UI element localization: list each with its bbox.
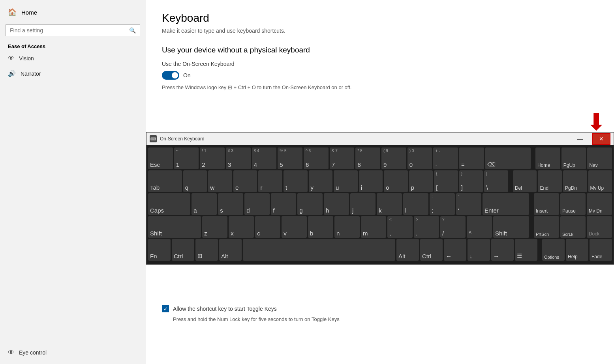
key-ctrl-r[interactable]: Ctrl bbox=[420, 239, 443, 261]
key-pgdn[interactable]: PgDn bbox=[563, 170, 587, 192]
key-slash[interactable]: ?/ bbox=[440, 216, 466, 238]
toggle-keys-checkbox[interactable]: ✓ bbox=[162, 305, 169, 312]
key-left[interactable]: ← bbox=[444, 239, 466, 261]
key-dock[interactable]: Dock bbox=[587, 216, 612, 238]
page-subtitle: Make it easier to type and use keyboard … bbox=[162, 28, 598, 34]
key-o[interactable]: o bbox=[384, 170, 408, 192]
sidebar-item-narrator[interactable]: 🔊 Narrator bbox=[0, 66, 146, 81]
key-equals[interactable]: = bbox=[459, 147, 484, 169]
key-lbracket[interactable]: {[ bbox=[434, 170, 458, 192]
sidebar-item-vision[interactable]: 👁 Vision bbox=[0, 51, 146, 66]
key-u[interactable]: u bbox=[334, 170, 358, 192]
key-comma[interactable]: <, bbox=[387, 216, 413, 238]
key-pgup[interactable]: PgUp bbox=[561, 147, 586, 169]
key-8[interactable]: * 88 bbox=[355, 147, 380, 169]
key-minus[interactable]: + -- bbox=[433, 147, 458, 169]
osk-window-title: On-Screen Keyboard bbox=[160, 136, 568, 142]
key-m[interactable]: m bbox=[361, 216, 386, 238]
key-5[interactable]: % 55 bbox=[278, 147, 302, 169]
key-caret[interactable]: ^ bbox=[467, 216, 492, 238]
key-6[interactable]: ^ 66 bbox=[304, 147, 329, 169]
key-v[interactable]: v bbox=[282, 216, 307, 238]
key-del[interactable]: Del bbox=[513, 170, 537, 192]
key-7[interactable]: & 77 bbox=[330, 147, 355, 169]
key-backspace[interactable]: ⌫ bbox=[485, 147, 531, 169]
key-e[interactable]: e bbox=[233, 170, 257, 192]
key-quote[interactable]: "' bbox=[456, 193, 481, 215]
section-title: Ease of Access bbox=[0, 40, 146, 51]
key-scrlk[interactable]: ScrLk bbox=[560, 216, 586, 238]
key-i[interactable]: i bbox=[359, 170, 383, 192]
key-k[interactable]: k bbox=[377, 193, 402, 215]
key-r[interactable]: r bbox=[258, 170, 282, 192]
key-d[interactable]: d bbox=[244, 193, 270, 215]
key-l[interactable]: l bbox=[403, 193, 428, 215]
key-shift-r[interactable]: Shift bbox=[493, 216, 529, 238]
key-enter[interactable]: Enter bbox=[483, 193, 529, 215]
key-z[interactable]: z bbox=[202, 216, 227, 238]
osk-toggle[interactable] bbox=[162, 71, 179, 80]
key-rbracket[interactable]: }] bbox=[459, 170, 483, 192]
toggle-keys-label: Allow the shortcut key to start Toggle K… bbox=[173, 306, 277, 312]
main-content: Keyboard Make it easier to type and use … bbox=[146, 0, 614, 364]
key-fade[interactable]: Fade bbox=[590, 239, 612, 261]
key-shift-l[interactable]: Shift bbox=[148, 216, 201, 238]
key-q[interactable]: q bbox=[183, 170, 207, 192]
eye-control-icon: 👁 bbox=[8, 349, 14, 356]
key-s[interactable]: s bbox=[218, 193, 243, 215]
key-semicolon[interactable]: :; bbox=[430, 193, 455, 215]
key-backslash[interactable]: |\ bbox=[484, 170, 508, 192]
key-alt-r[interactable]: Alt bbox=[396, 239, 419, 261]
key-ctrl-l[interactable]: Ctrl bbox=[172, 239, 194, 261]
key-w[interactable]: w bbox=[208, 170, 232, 192]
key-t[interactable]: t bbox=[284, 170, 308, 192]
sidebar-item-eye-control[interactable]: 👁 Eye control bbox=[0, 345, 146, 360]
key-home[interactable]: Home bbox=[535, 147, 560, 169]
key-a[interactable]: a bbox=[192, 193, 217, 215]
key-pause[interactable]: Pause bbox=[560, 193, 586, 215]
key-2[interactable]: ! 12 bbox=[200, 147, 225, 169]
sidebar-home[interactable]: 🏠 Home bbox=[0, 4, 146, 21]
kb-row-1: Esc ~ `1 ! 12 # 33 $ 44 % 55 ^ 66 & 77 *… bbox=[148, 147, 612, 169]
key-alt-l[interactable]: Alt bbox=[219, 239, 242, 261]
key-x[interactable]: x bbox=[229, 216, 254, 238]
key-0[interactable]: ) 00 bbox=[407, 147, 432, 169]
key-b[interactable]: b bbox=[308, 216, 333, 238]
key-h[interactable]: h bbox=[324, 193, 349, 215]
key-c[interactable]: c bbox=[255, 216, 280, 238]
key-win[interactable]: ⊞ bbox=[195, 239, 218, 261]
key-9[interactable]: ( 99 bbox=[381, 147, 406, 169]
key-fn[interactable]: Fn bbox=[148, 239, 171, 261]
key-right[interactable]: → bbox=[491, 239, 514, 261]
key-space[interactable] bbox=[243, 239, 395, 261]
key-y[interactable]: y bbox=[309, 170, 333, 192]
key-f[interactable]: f bbox=[271, 193, 296, 215]
kb-row-4: Shift z x c v b n m <, >. ?/ ^ Shift Prt… bbox=[148, 216, 612, 238]
key-period[interactable]: >. bbox=[414, 216, 439, 238]
key-tab[interactable]: Tab bbox=[148, 170, 182, 192]
key-3[interactable]: # 33 bbox=[226, 147, 251, 169]
key-esc[interactable]: Esc bbox=[148, 147, 173, 169]
toggle-state-label: On bbox=[183, 72, 191, 78]
key-mvup[interactable]: Mv Up bbox=[588, 170, 612, 192]
key-prtscn[interactable]: PrtScn bbox=[534, 216, 559, 238]
search-bar[interactable]: 🔍 bbox=[6, 24, 140, 36]
key-help[interactable]: Help bbox=[566, 239, 588, 261]
key-caps[interactable]: Caps bbox=[148, 193, 190, 215]
key-j[interactable]: j bbox=[350, 193, 376, 215]
key-n[interactable]: n bbox=[334, 216, 360, 238]
key-down[interactable]: ↓ bbox=[468, 239, 490, 261]
search-input[interactable] bbox=[10, 27, 129, 34]
key-g[interactable]: g bbox=[297, 193, 323, 215]
key-mvdn[interactable]: Mv Dn bbox=[587, 193, 612, 215]
key-nav[interactable]: Nav bbox=[587, 147, 612, 169]
key-insert[interactable]: Insert bbox=[534, 193, 559, 215]
key-1[interactable]: ~ `1 bbox=[174, 147, 199, 169]
key-options[interactable]: Options bbox=[542, 239, 565, 261]
osk-setting-label: Use the On-Screen Keyboard bbox=[162, 61, 598, 67]
key-menu[interactable]: ☰ bbox=[515, 239, 537, 261]
key-end[interactable]: End bbox=[538, 170, 562, 192]
toggle-keys-row: ✓ Allow the shortcut key to start Toggle… bbox=[162, 305, 598, 312]
key-p[interactable]: p bbox=[409, 170, 433, 192]
key-4[interactable]: $ 44 bbox=[252, 147, 277, 169]
